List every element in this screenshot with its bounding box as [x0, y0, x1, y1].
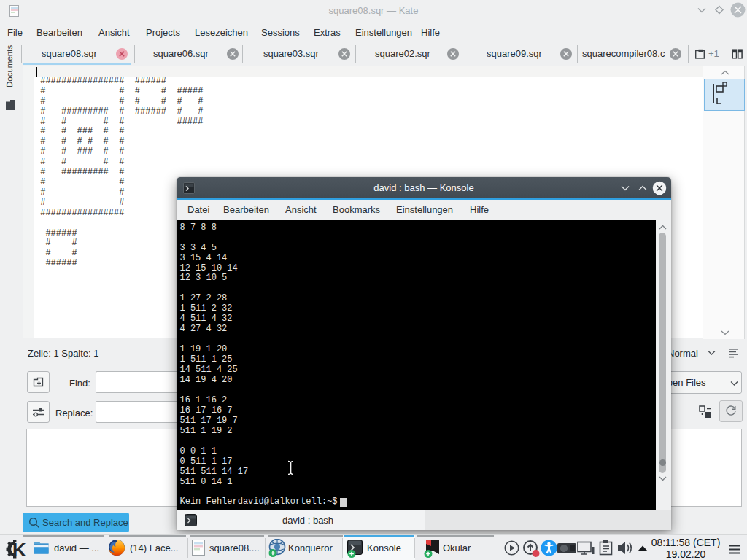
svg-text:K: K [12, 539, 26, 559]
